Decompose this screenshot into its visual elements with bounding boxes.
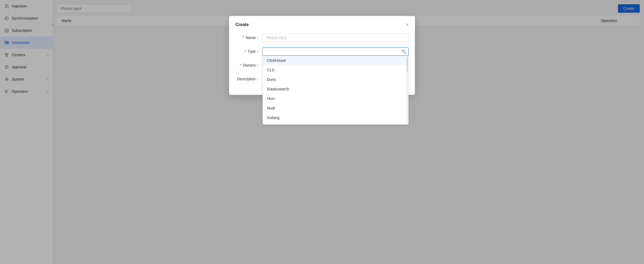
type-input-wrapper: 🔍 — [263, 47, 409, 56]
type-required-star: * — [245, 49, 246, 54]
type-field: 🔍 ClickHouse CLS Doris Elasticsearch Hiv… — [263, 47, 409, 56]
modal: Create × * Name： * Type： 🔍 — [229, 16, 415, 95]
modal-overlay: Create × * Name： * Type： 🔍 — [0, 0, 644, 264]
dropdown-item-doris[interactable]: Doris — [263, 75, 408, 84]
dropdown-scrollbar-track — [407, 57, 408, 123]
dropdown-item-hudi[interactable]: Hudi — [263, 103, 408, 113]
dropdown-item-cls[interactable]: CLS — [263, 65, 408, 75]
modal-header: Create × — [235, 22, 409, 27]
owners-required-star: * — [240, 63, 241, 67]
dropdown-item-iceberg[interactable]: Iceberg — [263, 113, 408, 122]
description-label: Description： — [235, 75, 259, 82]
name-input[interactable] — [263, 33, 409, 42]
form-row-type: * Type： 🔍 ClickHouse CLS Doris Elasticse… — [235, 47, 409, 56]
modal-close-button[interactable]: × — [406, 22, 409, 27]
form-row-name: * Name： — [235, 33, 409, 42]
type-label: * Type： — [235, 47, 259, 54]
dropdown-item-hive[interactable]: Hive — [263, 94, 408, 103]
type-dropdown: ClickHouse CLS Doris Elasticsearch Hive … — [263, 56, 409, 125]
owners-label: * Owners： — [235, 61, 259, 68]
dropdown-item-elasticsearch[interactable]: Elasticsearch — [263, 84, 408, 94]
name-required-star: * — [243, 36, 244, 40]
dropdown-scrollbar-thumb — [407, 57, 408, 73]
dropdown-item-mysql[interactable]: MySQL — [263, 122, 408, 125]
name-field — [263, 33, 409, 42]
type-input[interactable] — [263, 47, 409, 56]
dropdown-item-clickhouse[interactable]: ClickHouse — [263, 56, 408, 65]
name-label: * Name： — [235, 33, 259, 40]
type-search-icon: 🔍 — [401, 49, 406, 54]
modal-title: Create — [235, 22, 249, 27]
